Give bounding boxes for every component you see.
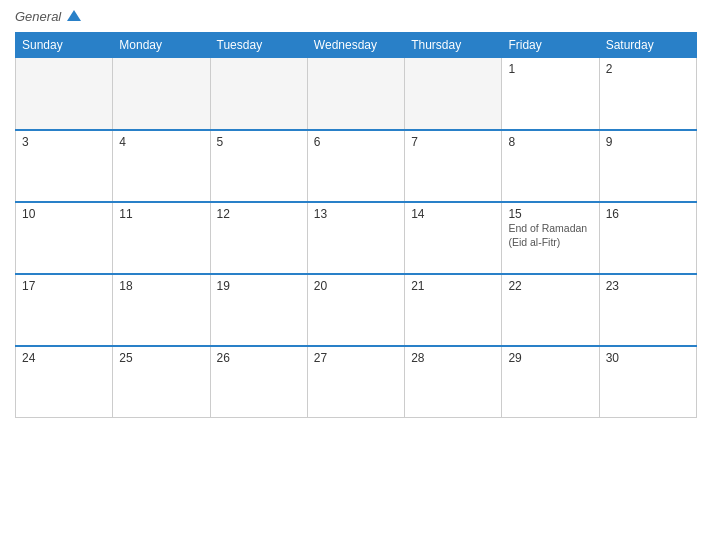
day-number: 16	[606, 207, 690, 221]
calendar-cell: 10	[16, 202, 113, 274]
day-number: 2	[606, 62, 690, 76]
calendar-cell: 26	[210, 346, 307, 418]
calendar-cell: 4	[113, 130, 210, 202]
calendar-cell: 3	[16, 130, 113, 202]
day-number: 21	[411, 279, 495, 293]
day-number: 5	[217, 135, 301, 149]
calendar-cell: 1	[502, 58, 599, 130]
calendar-cell: 9	[599, 130, 696, 202]
calendar-cell: 19	[210, 274, 307, 346]
calendar-cell: 2	[599, 58, 696, 130]
day-number: 24	[22, 351, 106, 365]
calendar-cell: 24	[16, 346, 113, 418]
day-number: 10	[22, 207, 106, 221]
calendar-table: SundayMondayTuesdayWednesdayThursdayFrid…	[15, 32, 697, 418]
day-number: 20	[314, 279, 398, 293]
day-number: 19	[217, 279, 301, 293]
day-number: 26	[217, 351, 301, 365]
calendar-cell	[113, 58, 210, 130]
day-number: 23	[606, 279, 690, 293]
day-number: 30	[606, 351, 690, 365]
calendar-cell: 27	[307, 346, 404, 418]
calendar-cell: 7	[405, 130, 502, 202]
weekday-wednesday: Wednesday	[307, 33, 404, 58]
calendar-cell: 14	[405, 202, 502, 274]
day-number: 7	[411, 135, 495, 149]
day-number: 13	[314, 207, 398, 221]
day-event: End of Ramadan (Eid al-Fitr)	[508, 222, 587, 249]
calendar-cell	[307, 58, 404, 130]
day-number: 6	[314, 135, 398, 149]
weekday-sunday: Sunday	[16, 33, 113, 58]
week-row-5: 24252627282930	[16, 346, 697, 418]
calendar-header: General	[15, 10, 697, 24]
day-number: 1	[508, 62, 592, 76]
day-number: 27	[314, 351, 398, 365]
day-number: 22	[508, 279, 592, 293]
calendar-cell: 16	[599, 202, 696, 274]
day-number: 12	[217, 207, 301, 221]
calendar-cell: 12	[210, 202, 307, 274]
logo: General	[15, 10, 81, 24]
weekday-monday: Monday	[113, 33, 210, 58]
week-row-4: 17181920212223	[16, 274, 697, 346]
calendar-cell	[210, 58, 307, 130]
day-number: 11	[119, 207, 203, 221]
calendar-cell	[405, 58, 502, 130]
calendar-cell: 13	[307, 202, 404, 274]
day-number: 8	[508, 135, 592, 149]
day-number: 9	[606, 135, 690, 149]
day-number: 18	[119, 279, 203, 293]
weekday-header-row: SundayMondayTuesdayWednesdayThursdayFrid…	[16, 33, 697, 58]
calendar-cell	[16, 58, 113, 130]
calendar-cell: 30	[599, 346, 696, 418]
calendar-cell: 18	[113, 274, 210, 346]
day-number: 14	[411, 207, 495, 221]
weekday-friday: Friday	[502, 33, 599, 58]
calendar-cell: 21	[405, 274, 502, 346]
calendar-cell: 15End of Ramadan (Eid al-Fitr)	[502, 202, 599, 274]
calendar-cell: 11	[113, 202, 210, 274]
calendar-container: General SundayMondayTuesdayWednesdayThur…	[0, 0, 712, 550]
calendar-cell: 29	[502, 346, 599, 418]
calendar-cell: 17	[16, 274, 113, 346]
calendar-cell: 25	[113, 346, 210, 418]
day-number: 28	[411, 351, 495, 365]
weekday-thursday: Thursday	[405, 33, 502, 58]
weekday-tuesday: Tuesday	[210, 33, 307, 58]
calendar-cell: 28	[405, 346, 502, 418]
logo-triangle-icon	[67, 10, 81, 21]
calendar-cell: 6	[307, 130, 404, 202]
day-number: 25	[119, 351, 203, 365]
calendar-cell: 22	[502, 274, 599, 346]
calendar-cell: 5	[210, 130, 307, 202]
week-row-1: 12	[16, 58, 697, 130]
day-number: 29	[508, 351, 592, 365]
calendar-cell: 20	[307, 274, 404, 346]
calendar-cell: 8	[502, 130, 599, 202]
day-number: 3	[22, 135, 106, 149]
day-number: 4	[119, 135, 203, 149]
day-number: 17	[22, 279, 106, 293]
calendar-cell: 23	[599, 274, 696, 346]
weekday-saturday: Saturday	[599, 33, 696, 58]
week-row-2: 3456789	[16, 130, 697, 202]
week-row-3: 101112131415End of Ramadan (Eid al-Fitr)…	[16, 202, 697, 274]
day-number: 15	[508, 207, 592, 221]
logo-general-text: General	[15, 10, 81, 24]
